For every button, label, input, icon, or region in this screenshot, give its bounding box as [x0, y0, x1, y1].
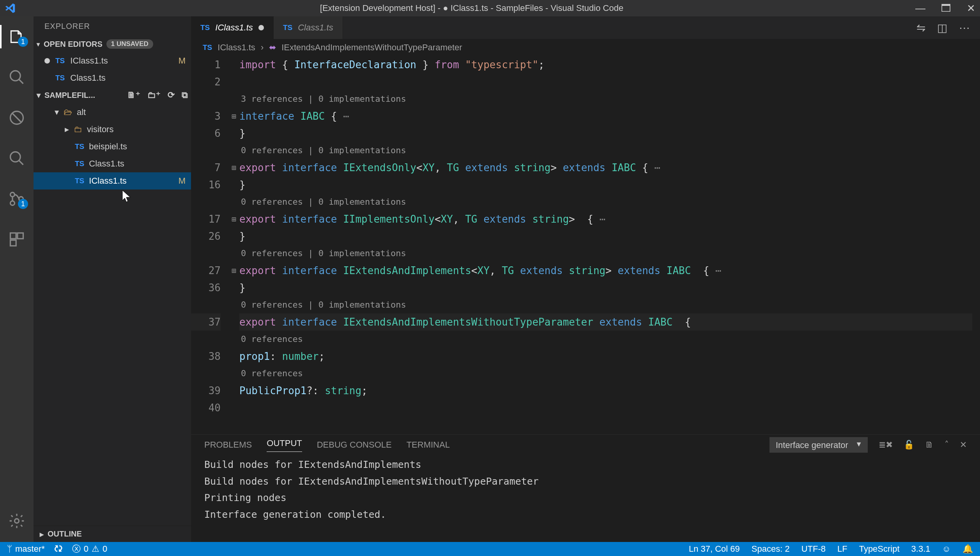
split-editor-icon[interactable]: ◫: [937, 21, 947, 34]
activity-debug-alt[interactable]: [0, 104, 34, 132]
sidebar-title: EXPLORER: [34, 16, 191, 36]
codelens[interactable]: 0 references | 0 implementations: [239, 296, 972, 313]
chevron-icon: ▾: [55, 107, 59, 117]
codelens[interactable]: 0 references: [239, 331, 972, 348]
status-bell[interactable]: 🔔: [962, 544, 973, 554]
chevron-icon: ▸: [65, 124, 69, 135]
line-number: 36: [191, 279, 221, 296]
code-line[interactable]: prop1: number;: [239, 348, 972, 365]
tree-item[interactable]: ▾🗁alt: [34, 104, 191, 121]
status-branch[interactable]: ᛘ master*: [7, 544, 45, 554]
code-line[interactable]: }: [239, 176, 972, 193]
status-eol[interactable]: LF: [837, 544, 847, 554]
code-line[interactable]: interface IABC { ⋯: [239, 108, 972, 125]
open-editors-label: OPEN EDITORS: [44, 40, 103, 49]
codelens[interactable]: 0 references: [239, 365, 972, 382]
ts-icon: TS: [200, 23, 210, 32]
fold-toggle[interactable]: ⊞: [228, 159, 239, 176]
activity-scm[interactable]: 1: [0, 185, 34, 213]
status-problems[interactable]: ⓧ 0 ⚠ 0: [72, 543, 108, 555]
activity-bar: 1 1: [0, 16, 34, 542]
modified-badge: M: [179, 56, 186, 66]
status-spaces[interactable]: Spaces: 2: [752, 544, 790, 554]
ts-icon: TS: [55, 74, 65, 82]
fold-toggle[interactable]: ⊞: [228, 211, 239, 228]
editor-tab[interactable]: TSIClass1.ts: [191, 16, 274, 39]
collapse-icon[interactable]: ⧉: [182, 90, 188, 100]
codelens[interactable]: 0 references | 0 implementations: [239, 193, 972, 211]
compare-icon[interactable]: ⇋: [916, 21, 925, 34]
code-line[interactable]: [239, 399, 972, 416]
minimize-button[interactable]: —: [915, 2, 925, 14]
new-folder-icon[interactable]: 🗀⁺: [147, 90, 161, 100]
panel-up-icon[interactable]: ˄: [945, 440, 949, 450]
open-log-icon[interactable]: 🗎: [925, 440, 934, 450]
line-number: 27: [191, 262, 221, 279]
tree-item[interactable]: TSIClass1.tsM: [34, 172, 191, 189]
panel-tab[interactable]: TERMINAL: [407, 440, 450, 450]
status-version[interactable]: 3.3.1: [911, 544, 930, 554]
status-lncol[interactable]: Ln 37, Col 69: [689, 544, 740, 554]
status-lang[interactable]: TypeScript: [859, 544, 900, 554]
chevron-down-icon: ▾: [37, 41, 40, 48]
refresh-icon[interactable]: ⟳: [168, 90, 175, 100]
breadcrumb-symbol[interactable]: IExtendsAndImplementsWithoutTypeParamete…: [281, 42, 462, 53]
codelens[interactable]: 3 references | 0 implementations: [239, 90, 972, 108]
folder-header[interactable]: ▾ SAMPLEFIL... 🗎⁺ 🗀⁺ ⟳ ⧉: [34, 87, 191, 104]
code-line[interactable]: [239, 73, 972, 90]
fold-toggle[interactable]: ⊞: [228, 108, 239, 125]
activity-search[interactable]: [0, 63, 34, 91]
codelens[interactable]: 0 references | 0 implementations: [239, 142, 972, 159]
clear-output-icon[interactable]: ≣✖: [879, 440, 893, 450]
tree-item-label: visitors: [87, 124, 113, 135]
code-line[interactable]: export interface IExtendsAndImplementsWi…: [239, 313, 972, 331]
status-sync[interactable]: 🗘: [54, 544, 63, 554]
status-encoding[interactable]: UTF-8: [801, 544, 826, 554]
open-editor-item[interactable]: TSClass1.ts: [34, 69, 191, 87]
activity-settings[interactable]: [0, 507, 34, 535]
ts-icon: TS: [55, 57, 65, 65]
output-channel-select[interactable]: Interface generator: [769, 437, 868, 453]
code-line[interactable]: export interface IExtendsAndImplements<X…: [239, 262, 972, 279]
activity-explorer[interactable]: 1: [0, 23, 34, 51]
activity-extensions[interactable]: [0, 225, 34, 253]
lock-scroll-icon[interactable]: 🔓: [904, 440, 914, 450]
close-button[interactable]: ✕: [967, 2, 975, 14]
activity-search2[interactable]: [0, 144, 34, 172]
output-body[interactable]: Build nodes for IExtendsAndImplementsBui…: [191, 455, 980, 542]
code-line[interactable]: PublicProp1?: string;: [239, 382, 972, 399]
codelens[interactable]: 0 references | 0 implementations: [239, 245, 972, 262]
code-line[interactable]: export interface IImplementsOnly<XY, TG …: [239, 211, 972, 228]
code-line[interactable]: export interface IExtendsOnly<XY, TG ext…: [239, 159, 972, 176]
panel-tab[interactable]: PROBLEMS: [204, 440, 252, 450]
maximize-button[interactable]: 🗖: [941, 2, 951, 14]
tree-item[interactable]: TSClass1.ts: [34, 155, 191, 172]
code-editor[interactable]: 12 36 716 1726 2736 37 38 3940 ⊞ ⊞ ⊞ ⊞ i…: [191, 56, 980, 434]
breadcrumb[interactable]: TS IClass1.ts › ⬌ IExtendsAndImplementsW…: [191, 39, 980, 56]
panel-tab[interactable]: DEBUG CONSOLE: [317, 440, 392, 450]
folder-icon: 🗀: [74, 124, 82, 135]
panel-close-icon[interactable]: ✕: [960, 440, 967, 450]
open-editor-item[interactable]: TSIClass1.tsM: [34, 52, 191, 69]
status-feedback[interactable]: ☺: [942, 544, 951, 554]
tree-item[interactable]: ▸🗀visitors: [34, 121, 191, 138]
more-icon[interactable]: ⋯: [959, 21, 970, 34]
tree-item[interactable]: TSbeispiel.ts: [34, 138, 191, 155]
outline-header[interactable]: ▸ OUTLINE: [34, 526, 191, 542]
line-number: 39: [191, 382, 221, 399]
line-number: 7: [191, 159, 221, 176]
output-line: Build nodes for IExtendsAndImplements: [204, 457, 967, 473]
fold-toggle[interactable]: ⊞: [228, 262, 239, 279]
code-line[interactable]: }: [239, 125, 972, 142]
breadcrumb-file[interactable]: IClass1.ts: [218, 42, 255, 53]
editor-tab[interactable]: TSClass1.ts: [274, 16, 343, 39]
new-file-icon[interactable]: 🗎⁺: [127, 90, 140, 100]
code-line[interactable]: import { InterfaceDeclaration } from "ty…: [239, 56, 972, 73]
code-line[interactable]: }: [239, 228, 972, 245]
svg-point-9: [15, 519, 19, 523]
title-bar: [Extension Development Host] - ● IClass1…: [0, 0, 980, 16]
open-editors-header[interactable]: ▾ OPEN EDITORS 1 UNSAVED: [34, 36, 191, 52]
panel-tab[interactable]: OUTPUT: [267, 438, 302, 452]
svg-rect-8: [11, 240, 16, 246]
code-line[interactable]: }: [239, 279, 972, 296]
